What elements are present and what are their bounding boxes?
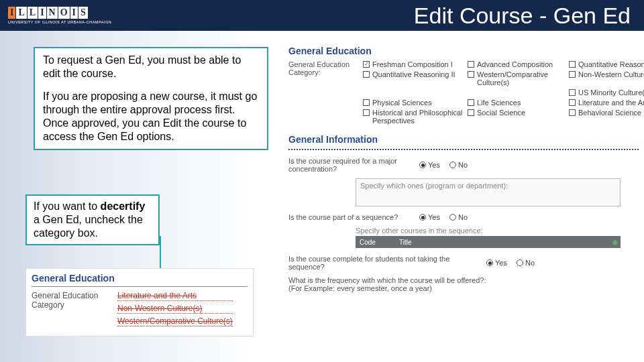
th-title: Title	[399, 239, 412, 246]
radio-yes[interactable]: Yes	[419, 213, 440, 221]
add-row-icon[interactable]: ⊕	[612, 239, 618, 246]
ge-category-label: General Education Category:	[288, 60, 359, 97]
struck-value: Literature and the Arts	[117, 291, 233, 301]
category-label: General Education Category	[32, 291, 105, 329]
radio-no[interactable]: No	[449, 213, 468, 221]
checkbox-social[interactable]: Social Science	[468, 109, 565, 125]
ge-section-title: General Education	[288, 46, 644, 56]
specify-programs-input[interactable]: Specify which ones (program or departmen…	[356, 178, 621, 206]
logo-subtext: UNIVERSITY OF ILLINOIS AT URBANA-CHAMPAI…	[8, 20, 111, 24]
struck-value: Western/Comparative Culture(s)	[117, 316, 233, 326]
callout-p2: If you are proposing a new course, it mu…	[43, 90, 259, 143]
header-bar: ILLINOIS UNIVERSITY OF ILLINOIS AT URBAN…	[0, 0, 644, 31]
checkbox-freshman-comp[interactable]: ✓Freshman Composition I	[363, 60, 464, 68]
checkbox-litarts[interactable]: Literature and the Arts	[569, 99, 644, 107]
radio-yes[interactable]: Yes	[419, 161, 440, 169]
checkbox-qr2[interactable]: Quantitative Reasoning II	[363, 70, 464, 86]
q-major-concentration: Is the course required for a major conce…	[288, 157, 419, 173]
checkbox-physical[interactable]: Physical Sciences	[363, 99, 464, 107]
q-frequency: What is the frequency with which the cou…	[288, 276, 644, 292]
section-title: General Education	[32, 273, 248, 287]
struck-value: Non-Western Culture(s)	[117, 304, 233, 314]
q-complete: Is the course complete for students not …	[288, 255, 486, 271]
th-code: Code	[356, 239, 399, 246]
radio-no[interactable]: No	[449, 161, 468, 169]
form-screenshot: General Education General Education Cate…	[282, 40, 644, 362]
page-title: Edit Course - Gen Ed	[414, 3, 636, 29]
radio-yes[interactable]: Yes	[486, 259, 507, 267]
gi-section-title: General Information	[288, 134, 644, 145]
checkbox-western[interactable]: Western/Comparative Culture(s)	[468, 70, 565, 86]
logo: ILLINOIS UNIVERSITY OF ILLINOIS AT URBAN…	[8, 7, 111, 24]
checkbox-qr1[interactable]: Quantitative Reasoning I	[569, 60, 644, 68]
radio-no[interactable]: No	[517, 259, 535, 267]
checkbox-usminority[interactable]: US Minority Culture(s)	[569, 88, 644, 97]
callout-decertify: If you want to decertify a Gen Ed, unche…	[25, 194, 160, 245]
callout-instructions: To request a Gen Ed, you must be able to…	[34, 47, 268, 150]
sequence-table: Specify other courses in the sequence: C…	[356, 227, 621, 248]
checkbox-nonwestern[interactable]: Non-Western Culture(s)	[569, 70, 644, 86]
checkbox-behavioral[interactable]: Behavioral Science	[569, 109, 644, 125]
checkbox-adv-comp[interactable]: Advanced Composition	[468, 60, 565, 68]
decertify-example-panel: General Education General Education Cate…	[25, 268, 254, 337]
callout-p1: To request a Gen Ed, you must be able to…	[43, 54, 259, 80]
q-sequence: Is the course part of a sequence?	[288, 213, 419, 221]
checkbox-life[interactable]: Life Sciences	[468, 99, 565, 107]
checkbox-histphil[interactable]: Historical and Philosophical Perspective…	[363, 109, 464, 125]
